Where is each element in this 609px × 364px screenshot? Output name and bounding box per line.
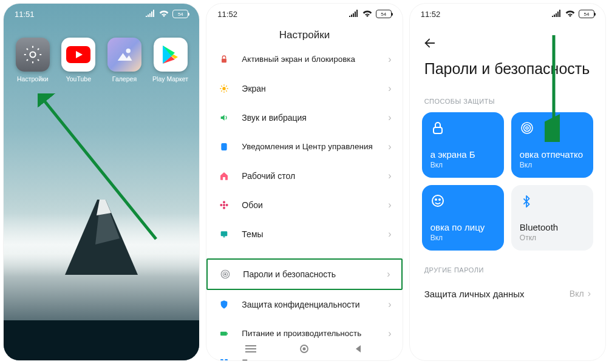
clock: 11:52 — [217, 10, 237, 19]
notification-icon — [217, 140, 231, 153]
app-label: Галерея — [106, 75, 143, 83]
svg-point-24 — [225, 274, 226, 275]
wifi-icon — [159, 10, 169, 19]
home-wallpaper: 11:51 54 Настройки — [4, 4, 199, 360]
settings-item-sound[interactable]: Звук и вибрация › — [217, 103, 391, 132]
svg-rect-20 — [221, 231, 228, 236]
svg-line-3 — [41, 97, 156, 239]
svg-point-39 — [523, 125, 530, 132]
gallery-icon — [107, 38, 141, 72]
card-screen-lock[interactable]: а экрана Б Вкл — [422, 112, 504, 178]
svg-line-12 — [222, 90, 222, 91]
settings-item-wallpaper[interactable]: Обои › — [217, 190, 391, 220]
app-label: Play Маркет — [152, 75, 189, 83]
svg-rect-37 — [434, 127, 442, 133]
settings-label: Темы — [242, 229, 388, 239]
status-bar: 11:52 54 — [410, 4, 605, 24]
status-bar: 11:51 54 — [4, 4, 199, 24]
signal-icon — [552, 10, 562, 19]
app-label: Настройки — [14, 75, 52, 83]
row-value: Вкл — [570, 289, 584, 298]
settings-item-privacy[interactable]: Защита конфиденциальности › — [217, 290, 391, 319]
chevron-right-icon: › — [388, 141, 391, 153]
settings-item-security[interactable]: Пароли и безопасность › — [206, 258, 402, 290]
nav-home-button[interactable] — [295, 345, 313, 353]
nav-bar — [206, 337, 402, 360]
clock: 11:51 — [15, 10, 35, 19]
chevron-right-icon: › — [388, 229, 391, 240]
chevron-right-icon: › — [388, 299, 391, 310]
wifi-icon — [565, 10, 575, 19]
annotation-arrow — [545, 33, 563, 142]
chevron-right-icon: › — [388, 200, 391, 211]
chevron-right-icon: › — [588, 288, 591, 299]
card-status: Откл — [520, 234, 585, 242]
settings-label: Экран — [242, 84, 388, 93]
back-button[interactable] — [423, 36, 437, 53]
svg-line-13 — [226, 86, 227, 86]
settings-label: Уведомления и Центр управления — [242, 142, 388, 152]
shield-icon — [217, 298, 231, 311]
settings-item-themes[interactable]: Темы › — [217, 220, 391, 249]
app-play-store[interactable]: Play Маркет — [152, 38, 189, 83]
card-status: Вкл — [430, 161, 495, 169]
row-personal-data[interactable]: Защита личных данных Вкл › — [410, 281, 605, 306]
section-header: Другие пароли — [410, 251, 605, 281]
app-gallery[interactable]: Галерея — [106, 38, 143, 83]
svg-point-42 — [435, 199, 437, 200]
svg-point-17 — [223, 207, 225, 209]
nav-back-button[interactable] — [349, 345, 367, 353]
signal-icon — [349, 10, 359, 19]
settings-label: Рабочий стол — [242, 171, 388, 181]
svg-rect-25 — [220, 332, 227, 336]
app-row: Настройки YouTube Галерея Play Маркет — [4, 38, 199, 83]
gear-icon — [16, 38, 50, 72]
card-bluetooth[interactable]: Bluetooth Откл — [511, 185, 593, 251]
settings-label: Обои — [242, 200, 388, 210]
chevron-right-icon: › — [388, 112, 391, 123]
settings-item-lockscreen[interactable]: Активный экран и блокировка › — [217, 45, 391, 74]
card-title: а экрана Б — [430, 149, 495, 160]
svg-rect-26 — [227, 333, 228, 335]
status-icons: 54 — [349, 10, 392, 19]
app-settings[interactable]: Настройки — [14, 38, 52, 83]
wifi-icon — [362, 10, 372, 19]
card-title: овка по лицу — [430, 222, 495, 232]
svg-point-18 — [220, 204, 223, 206]
card-title: овка отпечатко — [520, 149, 585, 160]
svg-point-19 — [226, 204, 228, 206]
speaker-icon — [217, 111, 231, 124]
chevron-right-icon: › — [387, 269, 390, 280]
svg-rect-14 — [222, 143, 227, 150]
app-youtube[interactable]: YouTube — [60, 38, 97, 83]
battery-icon: 54 — [172, 10, 188, 18]
annotation-arrow — [38, 93, 165, 251]
app-label: YouTube — [60, 75, 97, 83]
svg-point-5 — [223, 87, 226, 90]
flower-icon — [217, 198, 231, 212]
settings-item-home[interactable]: Рабочий стол › — [217, 161, 391, 190]
face-icon — [430, 194, 495, 209]
clock: 11:52 — [421, 10, 441, 19]
settings-label: Активный экран и блокировка — [242, 55, 388, 65]
nav-menu-button[interactable] — [242, 345, 260, 353]
settings-item-notifications[interactable]: Уведомления и Центр управления › — [217, 132, 391, 161]
card-status: Вкл — [520, 161, 585, 169]
settings-label: Пароли и безопасность — [243, 269, 387, 279]
signal-icon — [146, 10, 155, 19]
svg-rect-4 — [222, 59, 226, 63]
settings-label: Звук и вибрация — [242, 113, 388, 123]
chevron-right-icon: › — [388, 83, 391, 94]
svg-point-41 — [432, 195, 443, 206]
settings-item-display[interactable]: Экран › — [217, 74, 391, 103]
card-status: Вкл — [430, 234, 495, 242]
card-face-unlock[interactable]: овка по лицу Вкл — [422, 185, 504, 251]
settings-label: Защита конфиденциальности — [242, 300, 388, 309]
row-label: Защита личных данных — [424, 289, 525, 299]
play-store-icon — [154, 38, 188, 72]
svg-point-40 — [526, 127, 528, 129]
settings-list[interactable]: Активный экран и блокировка › Экран › Зв… — [206, 45, 402, 360]
svg-line-11 — [226, 90, 227, 91]
status-bar: 11:52 54 — [206, 4, 402, 24]
youtube-icon — [61, 38, 95, 72]
